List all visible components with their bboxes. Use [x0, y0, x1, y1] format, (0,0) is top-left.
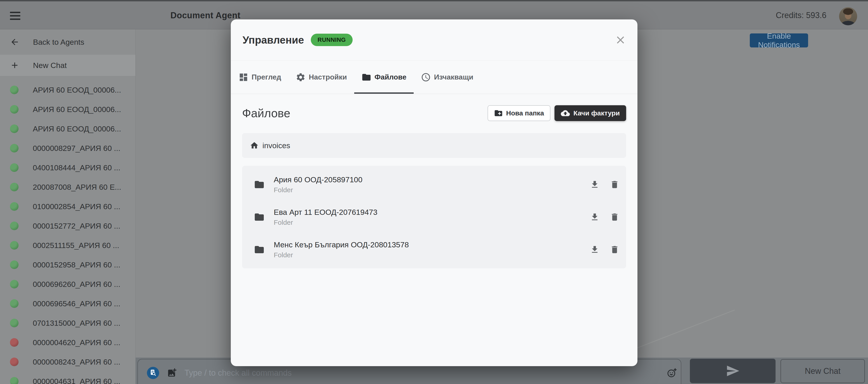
sidebar-chat-item[interactable]: 0000008297_АРИЯ 60 ...	[0, 138, 135, 158]
status-dot-icon	[10, 319, 19, 327]
close-icon[interactable]	[614, 34, 627, 46]
new-folder-button[interactable]: Нова папка	[488, 105, 550, 121]
tab-settings-label: Настройки	[309, 73, 347, 81]
tab-pending[interactable]: Изчакващи	[414, 61, 480, 94]
folder-icon	[254, 212, 265, 223]
sidebar-chat-item[interactable]: 0000004620_АРИЯ 60 ...	[0, 333, 135, 352]
folder-row[interactable]: Ева Арт 11 ЕООД-207619473 Folder	[242, 201, 626, 233]
sidebar-chat-item[interactable]: 0002511155_АРИЯ 60 ...	[0, 235, 135, 255]
chat-item-label: 0000008243_АРИЯ 60 ...	[33, 358, 120, 366]
sidebar-chat-item[interactable]: 0701315000_АРИЯ 60 ...	[0, 313, 135, 333]
modal-header: Управление RUNNING	[231, 20, 638, 61]
folder-icon	[254, 179, 265, 190]
files-heading: Файлове	[242, 106, 290, 120]
sidebar-chat-item[interactable]: 200087008_АРИЯ 60 Е...	[0, 177, 135, 197]
new-chat-sidebar-label: New Chat	[33, 61, 67, 70]
sidebar-chat-item[interactable]: 0000696546_АРИЯ 60 ...	[0, 294, 135, 313]
avatar[interactable]	[839, 7, 857, 25]
status-dot-icon	[10, 299, 19, 308]
download-icon[interactable]	[590, 245, 599, 254]
management-modal: Управление RUNNING Преглед Настройки Фай…	[231, 20, 638, 366]
breadcrumb-label: invoices	[262, 141, 290, 150]
folder-actions	[590, 245, 619, 254]
doc-search-glyph	[149, 369, 158, 378]
new-folder-icon	[494, 109, 503, 118]
send-button[interactable]	[690, 359, 776, 383]
chat-item-label: 0000152958_АРИЯ 60 ...	[33, 260, 120, 269]
trash-icon[interactable]	[610, 245, 619, 254]
folder-row[interactable]: Ария 60 ООД-205897100 Folder	[242, 168, 626, 201]
chat-item-label: 0002511155_АРИЯ 60 ...	[33, 241, 119, 250]
upload-invoices-button[interactable]: Качи фактури	[555, 105, 626, 121]
new-chat-button[interactable]: New Chat	[780, 359, 865, 383]
chat-item-label: 0000004631_АРИЯ 60 ...	[33, 377, 120, 384]
chat-item-label: 200087008_АРИЯ 60 Е...	[33, 183, 121, 192]
dashboard-icon	[239, 72, 248, 82]
message-input[interactable]	[184, 366, 614, 380]
status-dot-icon	[10, 377, 19, 384]
credits-label: Credits: 593.6	[776, 1, 827, 29]
folder-icon	[362, 72, 371, 82]
files-section: Файлове Нова папка Качи фактури invoices	[231, 105, 638, 268]
tab-overview-label: Преглед	[252, 73, 281, 81]
chat-item-label: АРИЯ 60 ЕООД_00006...	[33, 105, 121, 114]
trash-icon[interactable]	[610, 212, 619, 222]
folder-name: Менс Кеър България ООД-208013578	[274, 241, 409, 249]
send-icon	[726, 364, 740, 378]
chat-list: АРИЯ 60 ЕООД_00006... АРИЯ 60 ЕООД_00006…	[0, 80, 135, 384]
back-to-agents-button[interactable]: Back to Agents	[0, 29, 135, 55]
plus-icon	[10, 61, 20, 70]
modal-title: Управление	[243, 34, 304, 46]
status-dot-icon	[10, 163, 19, 172]
add-image-icon[interactable]	[167, 367, 177, 378]
chat-item-label: 0100002854_АРИЯ 60 ...	[33, 202, 120, 211]
status-dot-icon	[10, 241, 19, 250]
download-icon[interactable]	[590, 212, 599, 222]
sidebar-chat-item[interactable]: 0000152772_АРИЯ 60 ...	[0, 216, 135, 235]
doc-search-icon[interactable]	[147, 367, 159, 379]
menu-icon[interactable]	[10, 12, 20, 20]
sidebar-chat-item[interactable]: АРИЯ 60 ЕООД_00006...	[0, 100, 135, 119]
new-chat-sidebar-button[interactable]: New Chat	[0, 55, 135, 76]
chat-item-label: АРИЯ 60 ЕООД_00006...	[33, 86, 121, 94]
folder-actions	[590, 180, 619, 189]
sidebar-chat-item[interactable]: 0000004631_АРИЯ 60 ...	[0, 372, 135, 384]
page-title: Document Agent	[170, 1, 241, 29]
folder-icon	[254, 244, 265, 255]
chat-item-label: 0000152772_АРИЯ 60 ...	[33, 222, 120, 230]
sidebar-chat-item[interactable]: 0000696260_АРИЯ 60 ...	[0, 275, 135, 294]
status-dot-icon	[10, 144, 19, 153]
sidebar-chat-item[interactable]: 0400108444_АРИЯ 60 ...	[0, 158, 135, 177]
status-dot-icon	[10, 202, 19, 211]
sidebar-chat-item[interactable]: 0000008243_АРИЯ 60 ...	[0, 352, 135, 372]
tab-files[interactable]: Файлове	[354, 61, 414, 94]
folder-name: Ария 60 ООД-205897100	[274, 175, 362, 184]
chat-item-label: АРИЯ 60 ЕООД_00006...	[33, 124, 121, 133]
breadcrumb[interactable]: invoices	[242, 133, 626, 158]
gear-icon	[296, 72, 306, 82]
chat-item-label: 0000004620_АРИЯ 60 ...	[33, 338, 120, 347]
status-dot-icon	[10, 124, 19, 133]
emoji-add-icon[interactable]	[666, 367, 677, 378]
chat-item-label: 0000008297_АРИЯ 60 ...	[33, 144, 120, 153]
status-dot-icon	[10, 338, 19, 347]
sidebar-chat-item[interactable]: 0100002854_АРИЯ 60 ...	[0, 197, 135, 216]
chat-item-label: 0000696260_АРИЯ 60 ...	[33, 280, 120, 289]
tab-overview[interactable]: Преглед	[231, 61, 288, 94]
sidebar-chat-item[interactable]: 0000152958_АРИЯ 60 ...	[0, 255, 135, 275]
status-dot-icon	[10, 260, 19, 269]
folder-type-label: Folder	[274, 251, 409, 259]
trash-icon[interactable]	[610, 180, 619, 189]
sidebar-chat-item[interactable]: АРИЯ 60 ЕООД_00006...	[0, 119, 135, 138]
tab-settings[interactable]: Настройки	[288, 61, 354, 94]
sidebar-chat-item[interactable]: АРИЯ 60 ЕООД_00006...	[0, 80, 135, 100]
folder-row[interactable]: Менс Кеър България ООД-208013578 Folder	[242, 233, 626, 266]
tab-files-label: Файлове	[375, 73, 406, 81]
chat-item-label: 0701315000_АРИЯ 60 ...	[33, 319, 120, 327]
folder-text: Ария 60 ООД-205897100 Folder	[274, 175, 362, 194]
folder-actions	[590, 212, 619, 222]
enable-notifications-button[interactable]: Enable Notifications	[750, 33, 808, 47]
download-icon[interactable]	[590, 180, 599, 189]
status-dot-icon	[10, 222, 19, 230]
chat-item-label: 0400108444_АРИЯ 60 ...	[33, 163, 120, 172]
